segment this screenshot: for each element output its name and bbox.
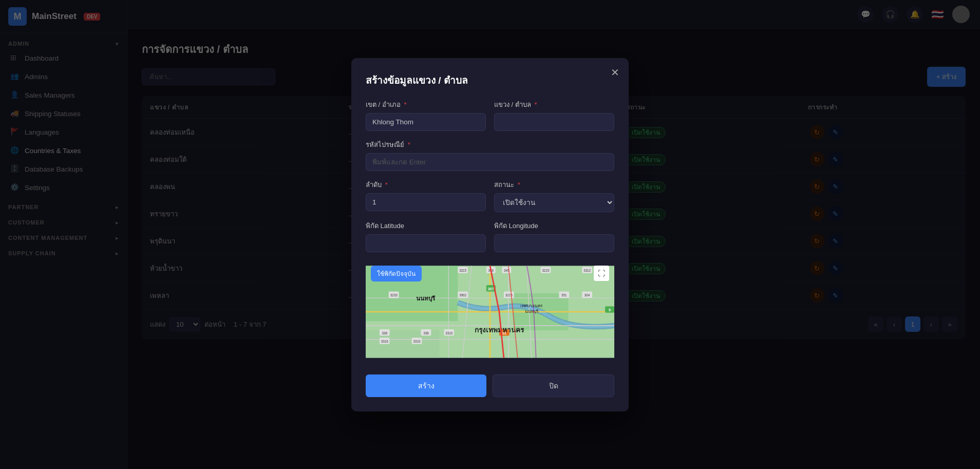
form-row-order-status: ลำดับ * สถานะ * เปิดใช้งานปิดใช้งาน [366,179,614,212]
order-label: ลำดับ * [366,179,486,190]
modal-close-button[interactable]: ✕ [611,66,619,79]
form-group-lng: พิกัด Longitude [494,220,614,252]
form-row-postal: รหัสไปรษณีย์ * [366,139,614,171]
svg-text:3310: 3310 [445,331,453,334]
map-container: ใช้พิกัดปัจจุบัน ⛶ [366,260,614,363]
svg-text:338: 338 [423,331,429,334]
svg-text:9: 9 [609,308,611,312]
order-input[interactable] [366,193,486,211]
district-input[interactable] [366,113,486,131]
postal-required: * [408,141,410,148]
subdistrict-required: * [534,101,537,108]
svg-text:เทศบาลนคร: เทศบาลนคร [520,304,543,308]
order-required: * [385,181,388,189]
lng-label: พิกัด Longitude [494,220,614,231]
svg-text:3215: 3215 [542,269,549,272]
status-label: สถานะ * [494,179,614,190]
postal-input[interactable] [366,153,614,171]
use-location-button[interactable]: ใช้พิกัดปัจจุบัน [371,266,422,282]
svg-text:กรุงเทพมหานคร: กรุงเทพมหานคร [475,326,524,334]
svg-text:307: 307 [488,287,494,291]
modal-footer: สร้าง ปิด [366,374,614,397]
form-row-1: เขต / อำเภอ * แขวง / ตำบล * [366,99,614,131]
modal-title: สร้างข้อมูลแขวง / ตำบล [366,72,614,88]
form-group-subdistrict: แขวง / ตำบล * [494,99,614,131]
status-required: * [518,181,520,189]
svg-text:3902: 3902 [459,293,466,297]
submit-button[interactable]: สร้าง [366,374,486,397]
form-group-order: ลำดับ * [366,179,486,212]
lat-label: พิกัด Latitude [366,220,486,231]
cancel-button[interactable]: ปิด [493,374,614,397]
svg-text:3215: 3215 [459,269,466,272]
district-label: เขต / อำเภอ * [366,99,486,110]
form-row-coords: พิกัด Latitude พิกัด Longitude [366,220,614,252]
svg-text:นนทบุรี: นนทบุรี [416,294,436,302]
modal-overlay: ✕ สร้างข้อมูลแขวง / ตำบล เขต / อำเภอ * แ… [0,0,980,469]
svg-text:304: 304 [585,293,590,297]
map-expand-button[interactable]: ⛶ [594,266,609,281]
district-required: * [404,101,406,108]
svg-text:338: 338 [382,331,388,334]
svg-text:3316: 3316 [381,340,388,343]
form-group-district: เขต / อำเภอ * [366,99,486,131]
svg-text:3233: 3233 [390,293,398,297]
lng-input[interactable] [494,234,614,252]
subdistrict-input[interactable] [494,113,614,131]
subdistrict-label: แขวง / ตำบล * [494,99,614,110]
postal-label: รหัสไปรษณีย์ * [366,139,614,150]
svg-text:นนทบุรี: นนทบุรี [525,309,539,313]
svg-text:3312: 3312 [583,269,591,272]
form-group-lat: พิกัด Latitude [366,220,486,252]
svg-text:351: 351 [561,293,567,297]
form-group-postal: รหัสไปรษณีย์ * [366,139,614,171]
form-group-status: สถานะ * เปิดใช้งานปิดใช้งาน [494,179,614,212]
create-modal: ✕ สร้างข้อมูลแขวง / ตำบล เขต / อำเภอ * แ… [351,58,629,411]
svg-text:3310: 3310 [413,340,421,343]
lat-input[interactable] [366,234,486,252]
status-select[interactable]: เปิดใช้งานปิดใช้งาน [494,193,614,212]
